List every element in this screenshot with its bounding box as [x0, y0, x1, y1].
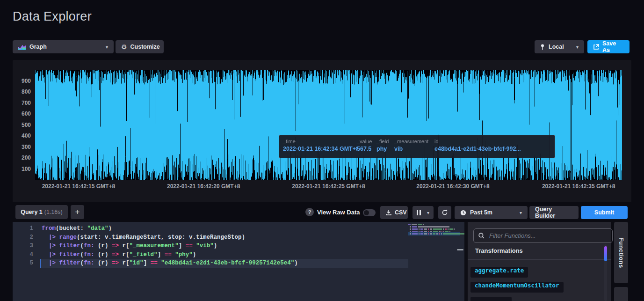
x-tick-label: 2022-01-21 16:42:15 GMT+8 [42, 183, 115, 190]
tab-secondary[interactable] [614, 287, 628, 301]
csv-label: CSV [395, 209, 407, 216]
code-token: |> filter [49, 242, 80, 249]
help-icon[interactable]: ? [305, 208, 314, 216]
refresh-button[interactable] [438, 206, 451, 219]
view-raw-data-label: View Raw Data [317, 209, 360, 216]
y-tick-label: 100 [11, 166, 31, 172]
y-tick-label: 800 [11, 88, 31, 95]
hover-tooltip: _time2022-01-21 16:42:34 GMT+8_value567.… [279, 135, 555, 158]
code-token: r[ [119, 242, 130, 249]
tooltip-column: _measurementvib [394, 139, 434, 158]
view-type-label: Graph [29, 44, 47, 50]
code-token [42, 251, 49, 258]
flux-code-editor[interactable]: 1from(bucket: "data")2 |> range(start: v… [13, 222, 464, 301]
code-token [42, 242, 49, 249]
line-number: 1 [13, 225, 33, 232]
minimap-line [410, 226, 449, 228]
code-token: ] [144, 260, 151, 266]
code-token: ) [109, 225, 112, 232]
code-token: == [186, 242, 193, 249]
functions-tab-label: Functions [618, 237, 625, 268]
download-icon [386, 210, 391, 215]
code-token: fn: [84, 260, 94, 266]
code-token: "_measurement" [130, 242, 179, 249]
y-tick-label: 300 [11, 144, 31, 150]
functions-scrollbar[interactable] [604, 244, 607, 301]
function-item-partial[interactable] [470, 297, 512, 301]
code-token: ( [80, 242, 84, 249]
code-token: |> range [49, 234, 77, 241]
tooltip-header: id [434, 139, 547, 144]
graph-icon [18, 44, 26, 50]
function-search-input[interactable] [488, 232, 588, 240]
line-number: 3 [13, 242, 33, 249]
x-tick-label: 2022-01-21 16:42:20 GMT+8 [167, 183, 240, 190]
pin-icon [540, 44, 545, 50]
code-token: ) [214, 242, 217, 249]
tooltip-value: phy [376, 146, 394, 152]
tooltip-header: _field [376, 139, 394, 144]
pause-button[interactable]: ▾ [412, 206, 434, 219]
code-token: (start: v.timeRangeStart, stop: v.timeRa… [77, 234, 245, 241]
code-token: ] [158, 251, 165, 258]
local-dropdown[interactable]: Local ▾ [535, 40, 584, 53]
function-item[interactable]: aggregate.rate [470, 267, 528, 278]
code-token: |> filter [49, 251, 80, 258]
customize-button[interactable]: ⚙ Customize [116, 40, 164, 53]
panel-divider[interactable] [464, 222, 468, 301]
refresh-icon [441, 209, 448, 216]
code-line: |> filter(fn: (r) => r["_measurement"] =… [42, 242, 217, 249]
save-as-button[interactable]: Save As [587, 40, 630, 53]
code-token: (r) [94, 251, 112, 258]
toggle-knob [364, 210, 369, 215]
tooltip-value: e48bd4a1-e2d1-43eb-bfcf-992... [434, 146, 547, 152]
code-token: ) [193, 251, 196, 258]
code-token: |> filter [49, 260, 80, 266]
code-token: r[ [119, 260, 130, 266]
tooltip-header: _value [357, 139, 376, 144]
view-raw-data-toggle[interactable] [363, 209, 376, 216]
tab-functions[interactable]: Functions [614, 222, 628, 283]
line-number: 2 [13, 234, 33, 241]
scrollbar-thumb[interactable] [604, 246, 607, 261]
code-token: "phy" [175, 251, 193, 258]
code-token: "_field" [130, 251, 158, 258]
transformations-header: Transformations [475, 247, 523, 254]
code-token: == [151, 260, 158, 266]
chevron-down-icon: ▾ [106, 44, 108, 50]
query-tab-name: Query 1 [21, 209, 43, 215]
minimap-line [410, 228, 455, 230]
y-tick-label: 400 [11, 132, 31, 139]
code-token: r[ [119, 251, 130, 258]
query-duration: (1.16s) [44, 209, 63, 215]
add-query-button[interactable]: + [71, 205, 84, 219]
csv-download-button[interactable]: CSV [380, 206, 408, 219]
query-builder-button[interactable]: Query Builder [529, 206, 579, 219]
view-type-dropdown[interactable]: Graph ▾ [13, 40, 114, 53]
minimap-line [408, 224, 424, 225]
time-range-dropdown[interactable]: Past 5m ▾ [455, 206, 528, 219]
divider-drag-handle[interactable] [457, 249, 463, 250]
function-item[interactable]: chandeMomentumOscillator [470, 282, 564, 293]
data-explorer-page: Data Explorer Graph ▾ ⚙ Customize [0, 0, 644, 301]
tooltip-column: _fieldphy [376, 139, 394, 158]
function-search-box[interactable] [473, 228, 613, 243]
time-series-canvas[interactable] [35, 70, 622, 180]
code-token: "id" [130, 260, 144, 266]
submit-button[interactable]: Submit [581, 206, 628, 219]
tooltip-value: 567.5 [357, 146, 376, 152]
search-icon [478, 233, 485, 239]
code-token: == [165, 251, 172, 258]
gear-icon: ⚙ [121, 43, 127, 51]
tooltip-column: ide48bd4a1-e2d1-43eb-bfcf-992... [434, 139, 547, 158]
code-token: ) [294, 260, 298, 266]
editor-minimap[interactable] [408, 224, 460, 299]
code-token: "e48bd4a1-e2d1-43eb-bfcf-99257142e5e4" [161, 260, 294, 266]
chevron-down-icon: ▾ [520, 210, 522, 215]
query-tab[interactable]: Query 1 (1.16s) [15, 205, 68, 219]
x-tick-label: 2022-01-21 16:42:35 GMT+8 [542, 183, 615, 190]
tooltip-value: 2022-01-21 16:42:34 GMT+8 [283, 146, 357, 152]
time-series-plot[interactable] [35, 70, 622, 180]
code-token: (r) [94, 260, 112, 266]
functions-panel: Transformations aggregate.ratechandeMome… [468, 222, 611, 301]
